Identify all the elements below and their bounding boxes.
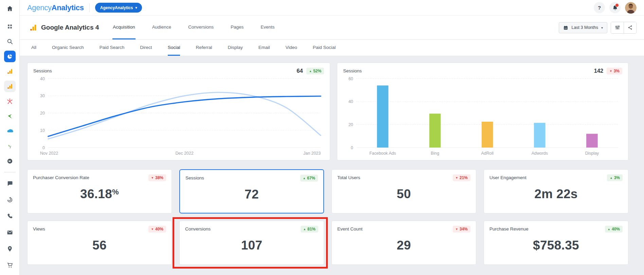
- notifications-button[interactable]: [609, 2, 621, 13]
- filters-button[interactable]: [611, 22, 624, 33]
- metric-change-badge: ▲81%: [301, 226, 318, 233]
- metric-change-badge: ▼40%: [148, 226, 166, 233]
- pie-chart-icon: [6, 53, 13, 60]
- metric-card-purchaser-conversion-rate[interactable]: Purchaser Conversion Rate▼38%36.18%: [27, 169, 172, 213]
- logo-prefix: Agency: [27, 3, 52, 12]
- w-circle-sidebar-item[interactable]: [4, 155, 16, 167]
- bar-chart: 0204060Facebook AdsBingAdRollAdwordsDisp…: [343, 76, 622, 158]
- analytics-bars-sidebar-item[interactable]: [4, 81, 16, 92]
- swirl-arrow-sidebar-item[interactable]: [4, 194, 16, 206]
- logo-suffix: Analytics: [52, 3, 84, 12]
- date-range-button[interactable]: Last 3 Months ▾: [559, 22, 607, 33]
- arrow-pointer-sidebar-item[interactable]: [4, 110, 16, 122]
- subtab-referral[interactable]: Referral: [196, 40, 212, 56]
- analytics-bars-icon: [6, 68, 13, 75]
- tab-audience[interactable]: Audience: [152, 16, 172, 39]
- metric-value: 56: [33, 238, 166, 253]
- apps-grid-sidebar-item[interactable]: [4, 21, 16, 32]
- metric-label: Purchase Revenue: [489, 226, 529, 231]
- chat-bubble-sidebar-item[interactable]: [4, 178, 16, 189]
- topbar: AgencyAnalytics AgencyAnalytics ▾ ?: [20, 0, 644, 16]
- sidebar: [0, 0, 20, 275]
- down-arrow-icon: ▼: [455, 228, 458, 231]
- change-percent: 38%: [155, 175, 163, 180]
- tab-acquisition[interactable]: Acquisition: [112, 16, 135, 39]
- subtab-paid-search[interactable]: Paid Search: [100, 40, 125, 56]
- metric-label: Event Count: [337, 226, 362, 231]
- subtab-organic-search[interactable]: Organic Search: [52, 40, 84, 56]
- tab-pages[interactable]: Pages: [230, 16, 244, 39]
- home-sidebar-item[interactable]: [4, 3, 16, 14]
- user-avatar[interactable]: [625, 2, 637, 14]
- help-button[interactable]: ?: [594, 2, 605, 13]
- metric-cards-grid: Purchaser Conversion Rate▼38%36.18%Sessi…: [27, 169, 628, 265]
- phone-sidebar-item[interactable]: [4, 210, 16, 222]
- hubspot-sprocket-sidebar-item[interactable]: [4, 96, 16, 107]
- metric-card-total-users[interactable]: Total Users▼21%50: [332, 169, 476, 213]
- metric-value: 2m 22s: [489, 187, 623, 201]
- svg-text:Jan 2023: Jan 2023: [303, 151, 321, 156]
- up-arrow-icon: ▲: [608, 228, 610, 231]
- pie-chart-sidebar-item[interactable]: [4, 51, 16, 62]
- metric-change-badge: ▼21%: [453, 174, 470, 181]
- metric-card-conversions[interactable]: Conversions▲81%107: [179, 221, 324, 265]
- subtab-video[interactable]: Video: [285, 40, 297, 56]
- metric-label: Total Users: [337, 174, 360, 180]
- svg-text:Adwords: Adwords: [532, 151, 548, 156]
- sidebar-divider: [4, 172, 16, 172]
- share-icon: [627, 25, 633, 30]
- report-tabs: AcquisitionAudienceConversionsPagesEvent…: [112, 16, 275, 39]
- subtab-paid-social[interactable]: Paid Social: [313, 40, 336, 56]
- svg-text:Dec 2022: Dec 2022: [175, 151, 193, 156]
- metric-card-views[interactable]: Views▼40%56: [27, 221, 172, 265]
- dashboard-content: Sessions 64 ▲52% 010203040Nov 2022Dec 20…: [20, 56, 644, 275]
- subtab-email[interactable]: Email: [258, 40, 270, 56]
- agencyanalytics-logo[interactable]: AgencyAnalytics: [27, 3, 84, 12]
- metric-change-badge: ▲67%: [300, 175, 318, 182]
- metric-label: Sessions: [185, 175, 204, 181]
- svg-text:Display: Display: [585, 151, 599, 156]
- subtab-all[interactable]: All: [31, 40, 36, 56]
- chevron-down-icon: ▾: [601, 26, 603, 30]
- tab-conversions[interactable]: Conversions: [188, 16, 214, 39]
- metric-change-badge: ▼34%: [453, 226, 470, 233]
- toolbar-button-group: [611, 22, 637, 34]
- metric-value: 107: [185, 238, 318, 253]
- down-arrow-icon: ▼: [151, 228, 154, 231]
- subtab-display[interactable]: Display: [228, 40, 243, 56]
- subtab-social[interactable]: Social: [168, 40, 180, 56]
- salesforce-cloud-sidebar-item[interactable]: [4, 125, 16, 137]
- report-actions: Last 3 Months ▾: [559, 16, 637, 39]
- metric-card-user-engagement[interactable]: User Engagement▲3%2m 22s: [484, 169, 628, 213]
- metric-card-event-count[interactable]: Event Count▼34%29: [332, 221, 476, 265]
- cart-sidebar-item[interactable]: [4, 259, 16, 271]
- change-percent: 3%: [614, 69, 620, 73]
- up-arrow-icon: ▲: [309, 70, 312, 73]
- metric-label: Purchaser Conversion Rate: [33, 174, 89, 180]
- down-arrow-icon: ▼: [609, 70, 612, 73]
- metric-card-sessions[interactable]: Sessions▲67%72: [179, 169, 324, 213]
- metric-card-purchase-revenue[interactable]: Purchase Revenue▲40%$758.35: [484, 221, 628, 265]
- tab-events[interactable]: Events: [260, 16, 275, 39]
- change-percent: 21%: [460, 175, 468, 180]
- account-dropdown-button[interactable]: AgencyAnalytics ▾: [95, 3, 142, 13]
- svg-text:20: 20: [40, 111, 45, 116]
- search-sidebar-item[interactable]: [4, 36, 16, 47]
- down-arrow-icon: ▼: [151, 176, 154, 179]
- sidebar-integrations: [4, 19, 16, 169]
- location-pin-sidebar-item[interactable]: [4, 243, 16, 255]
- metric-cell-conversions: Conversions▲81%107: [179, 221, 324, 265]
- share-button[interactable]: [624, 22, 636, 33]
- mail-sidebar-item[interactable]: [4, 227, 16, 238]
- subtab-direct[interactable]: Direct: [140, 40, 152, 56]
- metric-cell-purchaser-conversion-rate: Purchaser Conversion Rate▼38%36.18%: [27, 169, 172, 213]
- calendar-icon: [563, 25, 568, 30]
- change-percent: 67%: [307, 176, 315, 181]
- metric-change-badge: ▲3%: [607, 174, 623, 181]
- analytics-bars-sidebar-item[interactable]: [4, 66, 16, 77]
- location-pin-icon: [6, 245, 13, 252]
- seedling-sidebar-item[interactable]: [4, 140, 16, 152]
- metric-label: Conversions: [185, 226, 211, 231]
- svg-text:AdRoll: AdRoll: [481, 151, 494, 156]
- metric-cell-event-count: Event Count▼34%29: [332, 221, 476, 265]
